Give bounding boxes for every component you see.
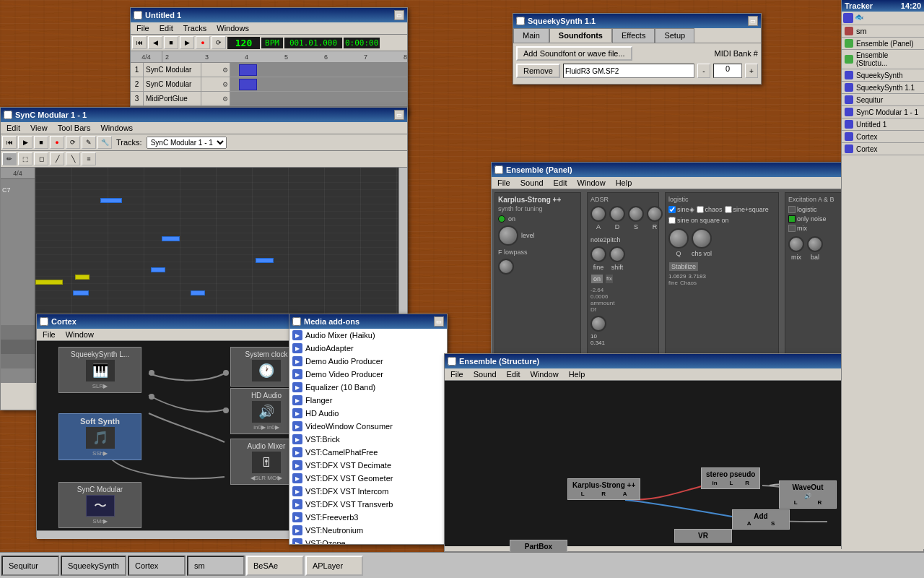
record-btn[interactable]: ● [196, 36, 210, 49]
fine-knob[interactable] [590, 246, 606, 262]
tracker-item-sequitur[interactable]: Sequitur [842, 94, 924, 106]
stop-btn[interactable]: ■ [164, 36, 178, 49]
sync-close-btn[interactable]: ▭ [394, 110, 404, 120]
rewind-btn[interactable]: ⏮ [132, 36, 147, 49]
menu-view[interactable]: View [26, 123, 52, 133]
taskbar-sm[interactable]: sm [187, 556, 245, 576]
track-content-2[interactable] [230, 77, 407, 91]
amount-knob[interactable] [590, 316, 606, 332]
track-block[interactable] [239, 79, 257, 90]
media-list-item[interactable]: ▶VST:Ozone [289, 537, 447, 544]
select-tool[interactable]: ⬚ [18, 152, 32, 165]
media-list-item[interactable]: ▶Audio Mixer (Haiku) [289, 329, 447, 342]
media-list-item[interactable]: ▶HD Audio [289, 407, 447, 420]
media-list-item[interactable]: ▶Demo Audio Producer [289, 355, 447, 368]
note-block[interactable] [256, 258, 274, 263]
adsr-r-knob[interactable] [647, 206, 663, 222]
loop-btn[interactable]: ⟳ [212, 36, 226, 49]
module-sync-modular[interactable]: SynC Modular 〜 SMr▶ [58, 482, 141, 528]
struct-module-karplus[interactable]: Karplus-Strong ++ LRA [567, 478, 640, 500]
ep-menu-file[interactable]: File [493, 178, 515, 188]
menu-windows[interactable]: Windows [96, 123, 137, 133]
ens-struct-checkbox[interactable] [448, 357, 456, 366]
media-list-item[interactable]: ▶VST:DFX VST Geometer [289, 472, 447, 485]
shift-knob[interactable] [609, 246, 625, 262]
tab-setup[interactable]: Setup [655, 28, 694, 43]
fix-btn[interactable]: fix [605, 274, 614, 284]
menu-edit[interactable]: Edit [155, 23, 178, 33]
media-list-item[interactable]: ▶VST:DFX VST Intercom [289, 485, 447, 498]
taskbar-besae[interactable]: BeSAe [246, 556, 304, 576]
add-soundfont-btn[interactable]: Add Soundfont or wave file... [516, 46, 632, 61]
tracker-item-squeeky11[interactable]: SqueekySynth 1.1 [842, 82, 924, 94]
menu-edit[interactable]: Edit [2, 123, 25, 133]
soundfont-input[interactable] [563, 64, 694, 78]
scroll-area[interactable] [37, 531, 324, 539]
sync-checkbox[interactable] [4, 111, 12, 119]
media-list-item[interactable]: ▶VST:Freeverb3 [289, 511, 447, 524]
logistic-q-knob[interactable] [668, 228, 689, 249]
ep-menu-window[interactable]: Window [573, 178, 610, 188]
misc-tool[interactable]: ≡ [82, 152, 96, 165]
taskbar-cortex[interactable]: Cortex [128, 556, 186, 576]
sm-tool1[interactable]: ✎ [82, 136, 96, 149]
cortex-menu-file[interactable]: File [38, 329, 60, 340]
taskbar-sequitur[interactable]: Sequitur [1, 556, 59, 576]
note-block[interactable] [151, 267, 165, 272]
media-close[interactable]: ▭ [434, 316, 444, 327]
media-list-item[interactable]: ▶VST:Neutronium [289, 524, 447, 537]
back-btn[interactable]: ◀ [148, 36, 162, 49]
ensemble-panel-checkbox[interactable] [494, 165, 503, 174]
tracks-select[interactable]: SynC Modular 1 - 1 [147, 137, 227, 149]
stabilize-btn[interactable]: Stabilize [668, 262, 699, 272]
media-list-item[interactable]: ▶AudioAdapter [289, 342, 447, 355]
note-block[interactable] [100, 198, 122, 203]
line2-tool[interactable]: ╲ [66, 152, 80, 165]
menu-windows[interactable]: Windows [212, 23, 253, 33]
cortex-menu-window[interactable]: Window [61, 329, 98, 340]
media-list-item[interactable]: ▶Demo Video Producer [289, 368, 447, 381]
tab-effects[interactable]: Effects [612, 28, 655, 43]
note-block-yellow[interactable] [75, 275, 90, 280]
es-menu-window[interactable]: Window [526, 369, 563, 379]
track-content-3[interactable] [230, 92, 407, 105]
taskbar-squeeky[interactable]: SqueekySynth [61, 556, 126, 576]
tracker-item-untitled[interactable]: Untitled 1 [842, 118, 924, 131]
taskbar-aplayer[interactable]: APLayer [305, 556, 363, 576]
es-menu-file[interactable]: File [446, 369, 468, 379]
media-list-item[interactable]: ▶VideoWindow Consumer [289, 420, 447, 433]
es-menu-sound[interactable]: Sound [469, 369, 501, 379]
struct-module-stereo[interactable]: stereo pseudo inLR [701, 467, 760, 489]
sm-play[interactable]: ▶ [18, 136, 32, 149]
menu-file[interactable]: File [132, 23, 154, 33]
tab-soundfonts[interactable]: Soundfonts [549, 28, 612, 43]
on-btn[interactable]: on [590, 274, 603, 284]
es-menu-help[interactable]: Help [565, 369, 590, 379]
tracker-item-sm[interactable]: sm [842, 25, 924, 38]
sequencer-close-btn[interactable]: ▭ [394, 10, 404, 20]
chs-vol-knob[interactable] [692, 228, 712, 249]
media-list-item[interactable]: ▶VST:CamelPhatFree [289, 446, 447, 459]
track-block[interactable] [239, 64, 257, 76]
play-btn[interactable]: ▶ [180, 36, 194, 49]
module-squeeky[interactable]: SqueekySynth L... 🎹 SLR▶ [58, 347, 141, 393]
struct-module-waveout[interactable]: WaveOut 🔊 LR [779, 480, 837, 509]
tracker-item-ensemble-struct[interactable]: Ensemble (Structu... [842, 50, 924, 69]
sm-loop[interactable]: ⟳ [66, 136, 80, 149]
tracker-item-squeeky[interactable]: SqueekySynth [842, 69, 924, 82]
squeeky-checkbox[interactable] [516, 17, 525, 25]
track-content-1[interactable] [230, 63, 407, 77]
ep-menu-sound[interactable]: Sound [516, 178, 548, 188]
ep-menu-edit[interactable]: Edit [549, 178, 572, 188]
level-knob[interactable] [498, 225, 518, 246]
adsr-s-knob[interactable] [628, 206, 644, 222]
media-list-item[interactable]: ▶VST:Brick [289, 433, 447, 446]
es-menu-edit[interactable]: Edit [502, 369, 525, 379]
media-list-item[interactable]: ▶VST:DFX VST Transverb [289, 498, 447, 511]
menu-tracks[interactable]: Tracks [179, 23, 212, 33]
sine-checkbox[interactable] [668, 206, 676, 213]
struct-module-add[interactable]: Add AS [732, 509, 790, 530]
sm-tool2[interactable]: 🔧 [97, 136, 112, 149]
sine-square-checkbox[interactable] [725, 206, 732, 213]
squeeky-close-btn[interactable]: ▭ [748, 16, 758, 26]
